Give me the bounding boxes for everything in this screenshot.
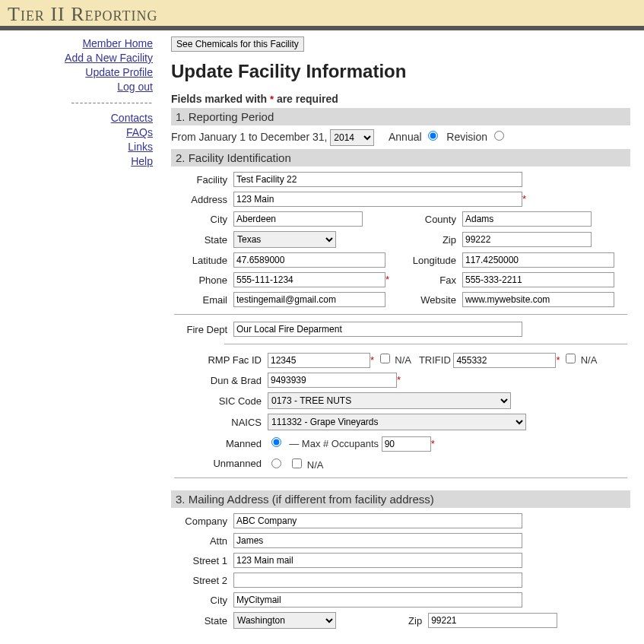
- address-label: Address: [171, 189, 230, 209]
- phone-label: Phone: [171, 270, 230, 290]
- rmp-input[interactable]: [268, 353, 370, 368]
- lon-input[interactable]: [462, 252, 614, 268]
- zip-label: Zip: [406, 229, 459, 250]
- mcity-label: City: [171, 590, 230, 610]
- main-content: See Chemicals for this Facility Update F…: [157, 30, 644, 644]
- facility-input[interactable]: [233, 172, 522, 187]
- see-chemicals-button[interactable]: See Chemicals for this Facility: [171, 36, 304, 52]
- lon-label: Longitude: [406, 250, 459, 270]
- mstate-select[interactable]: Washington: [233, 612, 336, 629]
- zip-input[interactable]: [462, 232, 592, 247]
- address-input[interactable]: [233, 192, 522, 207]
- lat-label: Latitude: [171, 250, 230, 270]
- firedept-label: Fire Dept: [171, 319, 230, 339]
- company-label: Company: [171, 511, 230, 531]
- sic-label: SIC Code: [171, 390, 265, 411]
- county-input[interactable]: [462, 211, 592, 227]
- mzip-input[interactable]: [428, 613, 557, 628]
- sidebar: Member Home Add a New Facility Update Pr…: [0, 30, 157, 644]
- rmp-label: RMP Fac ID: [171, 349, 265, 370]
- nav-links[interactable]: Links: [5, 140, 153, 154]
- dunbrad-label: Dun & Brad: [171, 370, 265, 390]
- annual-radio[interactable]: [428, 131, 438, 141]
- nav-update-profile[interactable]: Update Profile: [5, 65, 153, 80]
- fax-input[interactable]: [462, 272, 614, 287]
- revision-label: Revision: [446, 131, 487, 143]
- sidebar-divider: -------------------: [5, 96, 153, 110]
- reporting-period-row: From January 1 to December 31, 2014 Annu…: [171, 125, 630, 149]
- mcity-input[interactable]: [233, 592, 522, 608]
- fax-label: Fax: [406, 270, 459, 290]
- revision-radio[interactable]: [494, 131, 504, 141]
- trifid-na-checkbox[interactable]: [566, 354, 576, 363]
- naics-select[interactable]: 111332 - Grape Vineyards: [268, 414, 526, 430]
- unmanned-radio[interactable]: [271, 458, 281, 468]
- attn-input[interactable]: [233, 533, 522, 548]
- mzip-label: Zip: [395, 610, 425, 631]
- app-title: Tier II Reporting: [8, 3, 636, 26]
- section-2-header: 2. Facility Identification: [171, 149, 630, 167]
- year-select[interactable]: 2014: [330, 129, 374, 146]
- city-label: City: [171, 209, 230, 229]
- nav-add-facility[interactable]: Add a New Facility: [5, 51, 153, 65]
- street1-input[interactable]: [233, 553, 522, 568]
- section-1-header: 1. Reporting Period: [171, 108, 630, 125]
- required-note: Fields marked with * are required: [171, 93, 630, 105]
- facility-label: Facility: [171, 170, 230, 189]
- manned-radio[interactable]: [271, 437, 281, 447]
- phone-input[interactable]: [233, 272, 385, 287]
- mstate-label: State: [171, 610, 230, 631]
- city-input[interactable]: [233, 211, 363, 227]
- email-label: Email: [171, 290, 230, 309]
- page-title: Update Facility Information: [171, 61, 630, 82]
- naics-label: NAICS: [171, 411, 265, 433]
- manned-label: Manned: [171, 433, 265, 454]
- dunbrad-input[interactable]: [268, 373, 397, 388]
- section-3-header: 3. Mailing Address (if different from fa…: [171, 490, 630, 508]
- lat-input[interactable]: [233, 252, 385, 268]
- company-input[interactable]: [233, 513, 522, 528]
- firedept-input[interactable]: [233, 322, 522, 337]
- annual-label: Annual: [389, 131, 422, 143]
- unmanned-na-checkbox[interactable]: [292, 458, 302, 468]
- nav-help[interactable]: Help: [5, 154, 153, 169]
- nav-faqs[interactable]: FAQs: [5, 125, 153, 140]
- nav-contacts[interactable]: Contacts: [5, 111, 153, 125]
- street2-input[interactable]: [233, 573, 522, 588]
- state-select[interactable]: Texas: [233, 231, 336, 248]
- maxocc-label: — Max # Occupants: [289, 438, 379, 449]
- attn-label: Attn: [171, 531, 230, 550]
- county-label: County: [406, 209, 459, 229]
- trifid-input[interactable]: [453, 353, 556, 368]
- header-bar: Tier II Reporting: [0, 0, 644, 30]
- street2-label: Street 2: [171, 570, 230, 590]
- sic-select[interactable]: 0173 - TREE NUTS: [268, 392, 511, 409]
- email-input[interactable]: [233, 292, 385, 307]
- unmanned-label: Unmanned: [171, 454, 265, 473]
- state-label: State: [171, 229, 230, 250]
- rmp-na-checkbox[interactable]: [380, 354, 390, 363]
- nav-member-home[interactable]: Member Home: [5, 36, 153, 51]
- nav-log-out[interactable]: Log out: [5, 80, 153, 94]
- trifid-label: TRIFID: [419, 354, 451, 366]
- website-input[interactable]: [462, 292, 614, 307]
- website-label: Website: [406, 290, 459, 309]
- maxocc-input[interactable]: [382, 436, 431, 452]
- street1-label: Street 1: [171, 550, 230, 570]
